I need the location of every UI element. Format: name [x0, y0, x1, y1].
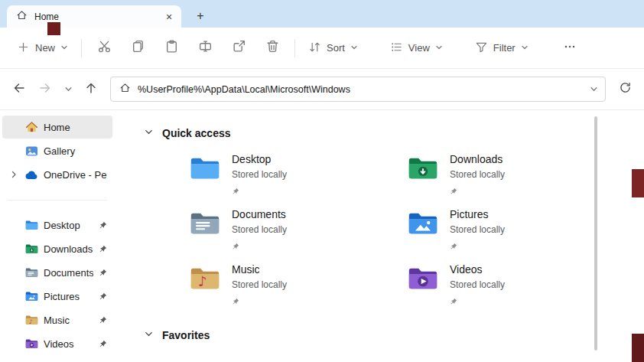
- copy-button[interactable]: [121, 34, 154, 63]
- folder-name: Documents: [232, 208, 287, 221]
- sidebar-item-desktop[interactable]: Desktop: [2, 214, 112, 236]
- pin-icon: [450, 184, 457, 198]
- navigation-pane: Home Gallery OneDrive - Pers: [0, 110, 115, 362]
- vertical-scrollbar[interactable]: [594, 116, 597, 351]
- tab-home[interactable]: Home ×: [7, 5, 181, 28]
- cut-button[interactable]: [87, 34, 121, 63]
- view-button-label: View: [408, 42, 430, 54]
- svg-text:♪: ♪: [198, 273, 207, 289]
- sidebar-item-label: Music: [44, 315, 93, 326]
- paste-button[interactable]: [154, 34, 188, 63]
- section-label: Quick access: [162, 127, 231, 139]
- back-button[interactable]: [8, 78, 31, 101]
- filter-icon: [475, 41, 488, 56]
- folder-status: Stored locally: [450, 169, 505, 180]
- home-icon: [16, 9, 28, 24]
- new-tab-button[interactable]: +: [190, 7, 210, 25]
- folder-name: Downloads: [450, 153, 505, 166]
- folder-tile-music[interactable]: ♪ Music Stored locally: [190, 263, 408, 306]
- sort-button[interactable]: Sort: [301, 34, 366, 62]
- recent-locations-button[interactable]: [60, 78, 76, 101]
- address-dropdown-button[interactable]: [584, 79, 603, 99]
- folder-name: Videos: [450, 263, 505, 276]
- section-quick-access[interactable]: Quick access: [144, 127, 644, 139]
- sidebar-item-label: Desktop: [44, 220, 93, 231]
- arrow-right-icon: [38, 81, 52, 98]
- rename-button[interactable]: [188, 34, 222, 63]
- chevron-down-icon: [435, 42, 443, 54]
- pin-icon: [99, 245, 107, 253]
- address-input[interactable]: [138, 84, 577, 95]
- desktop-folder-icon: [24, 220, 38, 230]
- sidebar-item-label: Home: [44, 122, 107, 133]
- more-options-button[interactable]: [553, 34, 587, 63]
- pin-icon: [99, 269, 107, 277]
- refresh-button[interactable]: [613, 78, 636, 101]
- sidebar-item-documents[interactable]: Documents: [2, 261, 112, 284]
- pin-icon: [232, 240, 239, 253]
- folder-tile-downloads[interactable]: Downloads Stored locally: [408, 153, 626, 196]
- new-button[interactable]: New: [9, 34, 76, 62]
- folder-status: Stored locally: [232, 169, 287, 180]
- documents-folder-icon: [190, 210, 220, 239]
- address-bar[interactable]: [110, 77, 606, 102]
- arrow-left-icon: [12, 81, 26, 98]
- view-icon: [390, 41, 403, 56]
- chevron-down-icon: [144, 329, 154, 341]
- folder-status: Stored locally: [232, 224, 287, 235]
- filter-button[interactable]: Filter: [467, 34, 536, 62]
- chevron-down-icon: [521, 42, 529, 54]
- downloads-folder-icon: [24, 243, 38, 254]
- more-icon: [564, 41, 576, 56]
- section-favorites[interactable]: Favorites: [144, 329, 644, 341]
- sidebar-item-label: Downloads: [44, 243, 93, 255]
- documents-folder-icon: [24, 267, 38, 278]
- items-view: Quick access Desktop Stored locally: [115, 110, 644, 362]
- sidebar-item-label: Gallery: [44, 145, 107, 157]
- chevron-down-icon: [64, 83, 73, 96]
- folder-tile-documents[interactable]: Documents Stored locally: [190, 208, 408, 251]
- sidebar-item-pictures[interactable]: Pictures: [2, 285, 112, 308]
- pin-icon: [99, 316, 107, 324]
- section-label: Favorites: [162, 329, 210, 341]
- gallery-icon: [24, 145, 38, 157]
- folder-tile-videos[interactable]: Videos Stored locally: [408, 263, 626, 306]
- pictures-folder-icon: [408, 210, 438, 239]
- sidebar-item-gallery[interactable]: Gallery: [2, 139, 112, 162]
- sidebar-item-videos[interactable]: Videos: [2, 332, 112, 355]
- sidebar-item-label: Videos: [44, 338, 93, 350]
- up-button[interactable]: [80, 78, 102, 101]
- plus-icon: [17, 41, 30, 56]
- sort-icon: [308, 41, 321, 56]
- close-tab-icon[interactable]: ×: [161, 9, 177, 24]
- onedrive-cloud-icon: [24, 170, 38, 180]
- downloads-folder-icon: [408, 155, 438, 184]
- folder-tile-desktop[interactable]: Desktop Stored locally: [190, 153, 408, 196]
- sidebar-item-home[interactable]: Home: [2, 116, 112, 139]
- sidebar-item-downloads[interactable]: Downloads: [2, 237, 112, 260]
- sidebar-item-music[interactable]: ♪ Music: [2, 308, 112, 331]
- screen-artifact: [632, 169, 644, 197]
- file-explorer-window: Home × + New: [0, 0, 644, 362]
- home-location-icon: [119, 82, 131, 96]
- chevron-down-icon: [60, 42, 68, 54]
- sidebar-item-label: Documents: [44, 267, 93, 279]
- sidebar-item-onedrive[interactable]: OneDrive - Pers: [2, 163, 112, 186]
- view-button[interactable]: View: [382, 34, 450, 62]
- copy-icon: [131, 39, 145, 57]
- sidebar-item-label: OneDrive - Pers: [44, 169, 107, 181]
- refresh-icon: [619, 81, 632, 97]
- delete-button[interactable]: [255, 34, 289, 63]
- expand-chevron-icon[interactable]: [8, 171, 19, 178]
- screen-artifact: [632, 334, 644, 362]
- share-button[interactable]: [222, 34, 255, 63]
- share-icon: [232, 39, 246, 57]
- pin-icon: [450, 240, 457, 253]
- forward-button[interactable]: [34, 78, 57, 101]
- videos-folder-icon: [408, 266, 438, 294]
- folder-tile-pictures[interactable]: Pictures Stored locally: [408, 208, 626, 251]
- desktop-folder-icon: [190, 155, 220, 184]
- folder-name: Music: [232, 263, 287, 276]
- pin-icon: [232, 184, 239, 198]
- scissors-icon: [97, 39, 112, 57]
